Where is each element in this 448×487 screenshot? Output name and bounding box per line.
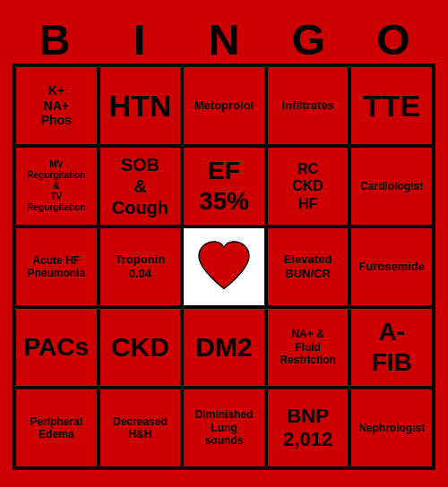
- cell-23: BNP2,012: [266, 388, 350, 468]
- cell-4: TTE: [349, 65, 434, 146]
- cell-1: HTN: [99, 65, 183, 146]
- cell-9: Cardiologist: [349, 146, 434, 226]
- letter-g: G: [266, 17, 350, 64]
- cell-0: K+NA+Phos: [14, 65, 99, 146]
- cell-11: Troponin0.04: [99, 226, 183, 307]
- cell-10: Acute HFPneumonia: [14, 226, 99, 307]
- cell-8: RCCKDHF: [266, 146, 350, 226]
- bingo-card: B I N G O K+NA+Phos HTN Metoprolol Infil…: [9, 13, 439, 474]
- cell-15: PACs: [14, 307, 99, 388]
- heart-icon: [193, 235, 255, 298]
- cell-21: DecreasedH&H: [99, 388, 183, 468]
- bingo-header: B I N G O: [13, 17, 435, 64]
- cell-22: DiminishedLungsounds: [182, 388, 266, 468]
- letter-o: O: [351, 17, 435, 64]
- cell-2: Metoprolol: [182, 65, 266, 146]
- cell-16: CKD: [99, 307, 183, 388]
- letter-n: N: [182, 17, 266, 64]
- cell-5: MVRegurgitation&TVRegurgitation: [14, 146, 99, 226]
- cell-19: A-FIB: [349, 307, 434, 388]
- free-space: [182, 226, 266, 307]
- cell-3: Infiltrates: [266, 65, 350, 146]
- cell-7: EF35%: [182, 146, 266, 226]
- bingo-grid: K+NA+Phos HTN Metoprolol Infiltrates TTE…: [13, 64, 435, 470]
- cell-6: SOB&Cough: [99, 146, 183, 226]
- letter-i: I: [97, 17, 181, 64]
- cell-18: NA+ &FluidRestriction: [266, 307, 350, 388]
- cell-24: Nephrologist: [349, 388, 434, 468]
- cell-14: Furosemide: [349, 226, 434, 307]
- cell-17: DM2: [182, 307, 266, 388]
- cell-13: ElevatedBUN/CR: [266, 226, 350, 307]
- letter-b: B: [13, 17, 97, 64]
- cell-20: PeripheralEdema: [14, 388, 99, 468]
